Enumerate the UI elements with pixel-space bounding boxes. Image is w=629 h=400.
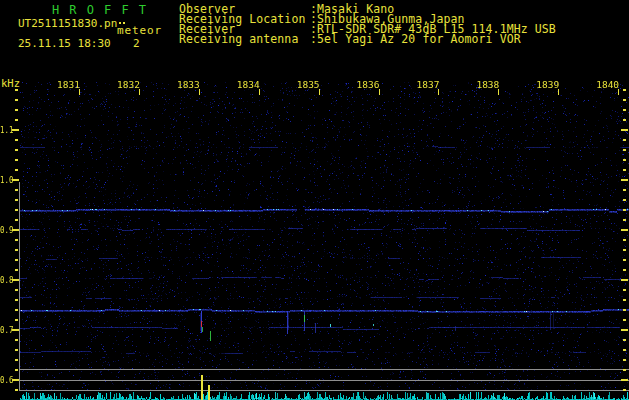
left-minor-freq-tick xyxy=(15,149,18,151)
left-minor-freq-tick xyxy=(15,339,18,341)
freq-axis-unit-label: kHz xyxy=(1,77,20,89)
left-minor-freq-tick xyxy=(15,259,18,261)
right-minor-freq-tick xyxy=(623,349,626,351)
right-minor-freq-tick xyxy=(623,309,626,311)
info-label: Receiving antenna xyxy=(179,34,310,44)
right-minor-freq-tick xyxy=(623,369,626,371)
time-tick-label: 1839 xyxy=(533,80,559,90)
time-tick-mark xyxy=(379,89,380,95)
right-minor-freq-tick xyxy=(623,119,626,121)
time-tick-label: 1838 xyxy=(473,80,499,90)
hrofft-screen: H R O F F T UT2511151830.pn meteor 25.11… xyxy=(0,0,629,400)
time-tick-mark xyxy=(319,89,320,95)
observation-datetime: 25.11.15 18:30 xyxy=(18,37,111,50)
left-minor-freq-tick xyxy=(15,239,18,241)
right-minor-freq-tick xyxy=(623,319,626,321)
time-tick-mark xyxy=(438,89,439,95)
left-minor-freq-tick xyxy=(15,369,18,371)
info-row: Receiving antenna:5el Yagi Az 20 for Aom… xyxy=(179,34,556,44)
right-minor-freq-tick xyxy=(623,289,626,291)
left-minor-freq-tick xyxy=(15,389,18,391)
left-minor-freq-tick xyxy=(15,119,18,121)
left-minor-freq-tick xyxy=(15,319,18,321)
right-minor-freq-tick xyxy=(623,389,626,391)
left-minor-freq-tick xyxy=(15,99,18,101)
freq-tick-label: 1.0 xyxy=(0,174,13,186)
time-tick-label: 1831 xyxy=(54,80,80,90)
left-minor-freq-tick xyxy=(15,349,18,351)
observation-mode-label: meteor xyxy=(117,24,162,37)
freq-tick-label: 0.7 xyxy=(0,324,13,336)
right-minor-freq-tick xyxy=(623,139,626,141)
meteor-echo-spike xyxy=(201,375,203,400)
freq-tick-label: 0.9 xyxy=(0,224,13,236)
left-minor-freq-tick xyxy=(15,199,18,201)
right-minor-freq-tick xyxy=(623,259,626,261)
info-separator: : xyxy=(310,32,317,46)
right-minor-freq-tick xyxy=(623,339,626,341)
right-minor-freq-tick xyxy=(623,239,626,241)
right-major-freq-tick xyxy=(621,229,628,231)
right-minor-freq-tick xyxy=(623,249,626,251)
spectrogram-canvas xyxy=(20,80,629,390)
freq-tick-label: 0.8 xyxy=(0,274,13,286)
right-minor-freq-tick xyxy=(623,169,626,171)
right-major-freq-tick xyxy=(621,279,628,281)
left-minor-freq-tick xyxy=(15,109,18,111)
time-tick-label: 1836 xyxy=(354,80,380,90)
left-minor-freq-tick xyxy=(15,299,18,301)
info-value: 5el Yagi Az 20 for Aomori VOR xyxy=(317,32,521,46)
right-minor-freq-tick xyxy=(623,189,626,191)
plot-horizontal-line xyxy=(19,369,629,370)
time-tick-mark xyxy=(199,89,200,95)
right-minor-freq-tick xyxy=(623,359,626,361)
left-minor-freq-tick xyxy=(15,159,18,161)
left-minor-freq-tick xyxy=(15,249,18,251)
app-title: H R O F F T xyxy=(52,3,147,17)
time-tick-mark xyxy=(498,89,499,95)
right-minor-freq-tick xyxy=(623,299,626,301)
right-minor-freq-tick xyxy=(623,149,626,151)
left-minor-freq-tick xyxy=(15,89,18,91)
right-minor-freq-tick xyxy=(623,219,626,221)
right-major-freq-tick xyxy=(621,329,628,331)
right-minor-freq-tick xyxy=(623,209,626,211)
time-tick-label: 1834 xyxy=(234,80,260,90)
time-tick-label: 1835 xyxy=(294,80,320,90)
time-tick-label: 1833 xyxy=(174,80,200,90)
right-minor-freq-tick xyxy=(623,199,626,201)
right-major-freq-tick xyxy=(621,129,628,131)
left-minor-freq-tick xyxy=(15,189,18,191)
left-minor-freq-tick xyxy=(15,219,18,221)
left-minor-freq-tick xyxy=(15,289,18,291)
right-minor-freq-tick xyxy=(623,159,626,161)
plot-horizontal-line xyxy=(19,390,629,391)
left-minor-freq-tick xyxy=(15,209,18,211)
left-minor-freq-tick xyxy=(15,139,18,141)
right-major-freq-tick xyxy=(621,379,628,381)
right-minor-freq-tick xyxy=(623,269,626,271)
freq-axis-line xyxy=(19,182,20,391)
signal-level-strip-canvas xyxy=(20,391,629,400)
right-minor-freq-tick xyxy=(623,99,626,101)
station-info-table: Observer:Masaki KanoReceiving Location:S… xyxy=(179,4,556,44)
echo-count: 2 xyxy=(133,37,140,50)
time-tick-mark xyxy=(618,89,619,95)
time-tick-label: 1832 xyxy=(114,80,140,90)
time-tick-label: 1837 xyxy=(413,80,439,90)
output-filename: UT2511151830.pn xyxy=(18,17,117,30)
time-tick-mark xyxy=(259,89,260,95)
right-minor-freq-tick xyxy=(623,89,626,91)
right-major-freq-tick xyxy=(621,179,628,181)
time-tick-mark xyxy=(79,89,80,95)
plot-horizontal-line xyxy=(19,380,629,381)
freq-tick-label: 1.1 xyxy=(0,124,13,136)
meteor-echo-spike xyxy=(208,385,210,400)
time-tick-label: 1840 xyxy=(593,80,619,90)
right-minor-freq-tick xyxy=(623,109,626,111)
left-minor-freq-tick xyxy=(15,269,18,271)
freq-tick-label: 0.6 xyxy=(0,374,13,386)
left-minor-freq-tick xyxy=(15,359,18,361)
time-tick-mark xyxy=(139,89,140,95)
time-tick-mark xyxy=(558,89,559,95)
